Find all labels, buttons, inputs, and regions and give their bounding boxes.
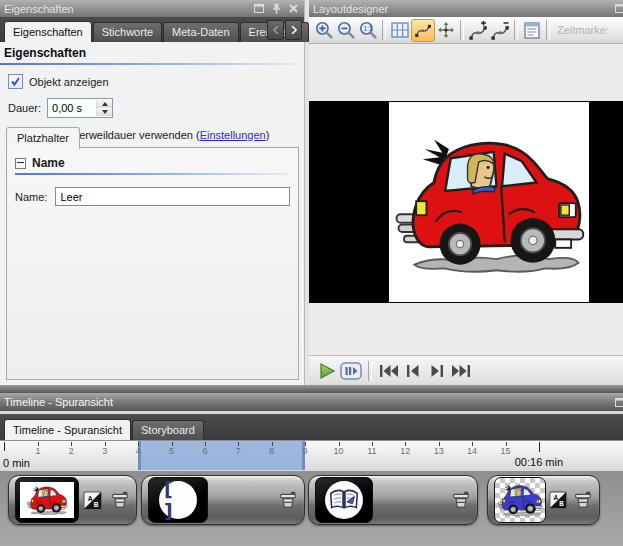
ruler-end-label: 00:16 min	[515, 456, 563, 468]
duration-spinbox[interactable]	[47, 98, 113, 118]
trash-icon[interactable]	[450, 490, 471, 510]
remove-path-point-icon[interactable]	[489, 19, 511, 41]
red-car-clipart	[391, 108, 587, 300]
name-section-header: Name	[15, 156, 298, 170]
timeline-item-placeholder[interactable]: [ ]	[141, 475, 305, 525]
spin-down-icon[interactable]	[97, 108, 112, 116]
trash-icon[interactable]	[109, 490, 130, 510]
properties-heading: Eigenschaften	[0, 42, 304, 63]
properties-panel: Eigenschaften Eigenschaften Stichworte M…	[0, 0, 305, 385]
tab-timeline-spuransicht[interactable]: Timeline - Spuransicht	[4, 419, 131, 440]
transition-ab-icon[interactable]	[82, 490, 103, 510]
stage-background	[309, 101, 623, 303]
tab-storyboard[interactable]: Storyboard	[132, 420, 204, 440]
grid-icon[interactable]	[389, 19, 411, 41]
move-path-icon[interactable]	[435, 19, 457, 41]
object-list-icon[interactable]	[521, 19, 543, 41]
zoom-in-icon[interactable]	[313, 19, 335, 41]
ruler-selection	[138, 441, 305, 470]
tab-stichworte[interactable]: Stichworte	[93, 22, 162, 42]
properties-titlebar: Eigenschaften	[0, 0, 304, 17]
transport-bar	[309, 355, 623, 385]
ruler-start-label: 0 min	[3, 457, 30, 469]
maximize-icon[interactable]	[252, 3, 266, 15]
designer-canvas[interactable]	[309, 44, 623, 355]
collapse-minus-icon[interactable]	[15, 158, 26, 169]
duration-label: Dauer:	[8, 102, 41, 114]
tab-scroll-left-icon[interactable]	[267, 20, 284, 40]
properties-tabstrip: Eigenschaften Stichworte Meta-Daten Erei…	[0, 17, 304, 42]
skip-to-start-icon[interactable]	[377, 360, 401, 382]
object-visible-label: Objekt anzeigen	[29, 76, 109, 88]
zoom-out-icon[interactable]	[335, 19, 357, 41]
designer-toolbar: 1:1 Zeitmarke:	[309, 17, 623, 44]
slide-image-area[interactable]	[389, 102, 589, 302]
ruler-end-tick	[539, 442, 540, 452]
transition-ab-icon[interactable]	[547, 490, 568, 510]
properties-panel-title: Eigenschaften	[4, 3, 249, 15]
timeline-item-blue-car[interactable]	[487, 475, 600, 525]
object-visible-checkbox[interactable]	[8, 74, 23, 89]
app-window: Eigenschaften Eigenschaften Stichworte M…	[0, 0, 623, 546]
duration-input[interactable]	[48, 102, 96, 114]
step-back-icon[interactable]	[401, 360, 425, 382]
placeholder-groupbox: Name Name:	[6, 147, 299, 380]
zoom-original-icon[interactable]: 1:1	[357, 19, 379, 41]
tab-scroll-right-icon[interactable]	[285, 20, 302, 40]
placeholder-thumbnail[interactable]: [ ]	[148, 477, 208, 523]
spin-up-icon[interactable]	[97, 100, 112, 108]
timeline-item-red-car[interactable]	[8, 475, 137, 525]
heading-rule	[0, 63, 304, 65]
duration-row: Dauer:	[8, 98, 304, 118]
timeline-panel: Timeline - Spuransicht Timeline - Spuran…	[0, 393, 623, 546]
timeline-tabstrip: Timeline - Spuransicht Storyboard	[0, 411, 623, 440]
layout-designer-panel: Layoutdesigner 1:1	[309, 0, 623, 385]
designer-maximize-icon[interactable]	[613, 3, 623, 15]
step-forward-icon[interactable]	[425, 360, 449, 382]
horizontal-splitter[interactable]	[0, 385, 623, 393]
name-input[interactable]	[55, 187, 290, 206]
play-icon[interactable]	[315, 360, 339, 382]
timeline-panel-title: Timeline - Spuransicht	[4, 396, 610, 408]
tab-meta-daten[interactable]: Meta-Daten	[163, 22, 238, 42]
timeline-titlebar: Timeline - Spuransicht	[0, 393, 623, 411]
preview-window-icon[interactable]	[339, 360, 363, 382]
blue-car-thumb-art	[497, 481, 543, 519]
tab-platzhalter[interactable]: Platzhalter	[6, 127, 80, 149]
blue-car-thumbnail[interactable]	[494, 477, 546, 523]
zeitmarke-label: Zeitmarke:	[557, 24, 609, 36]
name-section-title: Name	[32, 156, 65, 170]
red-car-thumb-art	[22, 483, 72, 517]
skip-to-end-icon[interactable]	[449, 360, 473, 382]
timeline-track[interactable]: [ ]	[0, 471, 623, 546]
motion-path-icon[interactable]	[411, 19, 435, 42]
pin-icon[interactable]	[269, 3, 283, 15]
red-car-thumbnail[interactable]	[15, 477, 79, 523]
placeholder-brackets-icon: [ ]	[159, 478, 197, 522]
trash-icon[interactable]	[277, 490, 298, 510]
designer-titlebar: Layoutdesigner	[309, 0, 623, 17]
svg-text:1:1: 1:1	[363, 25, 372, 32]
settings-link[interactable]: Einstellungen	[200, 129, 266, 141]
name-row: Name:	[15, 187, 290, 206]
chapter-thumbnail[interactable]	[315, 477, 373, 523]
name-section-rule	[15, 173, 290, 175]
duration-spinners	[96, 100, 112, 116]
ruler-zero-tick	[4, 442, 5, 451]
close-icon[interactable]	[286, 3, 300, 15]
add-path-point-icon[interactable]	[467, 19, 489, 41]
designer-panel-title: Layoutdesigner	[313, 3, 610, 15]
trash-icon[interactable]	[572, 490, 593, 510]
tab-eigenschaften[interactable]: Eigenschaften	[4, 21, 92, 42]
book-icon	[325, 481, 363, 519]
timeline-maximize-icon[interactable]	[613, 396, 623, 408]
timeline-item-chapter[interactable]	[308, 475, 478, 525]
object-visible-row: Objekt anzeigen	[8, 74, 304, 89]
timeline-ruler[interactable]: 123456789101112131415 0 min 00:16 min	[0, 440, 623, 471]
name-label: Name:	[15, 191, 47, 203]
